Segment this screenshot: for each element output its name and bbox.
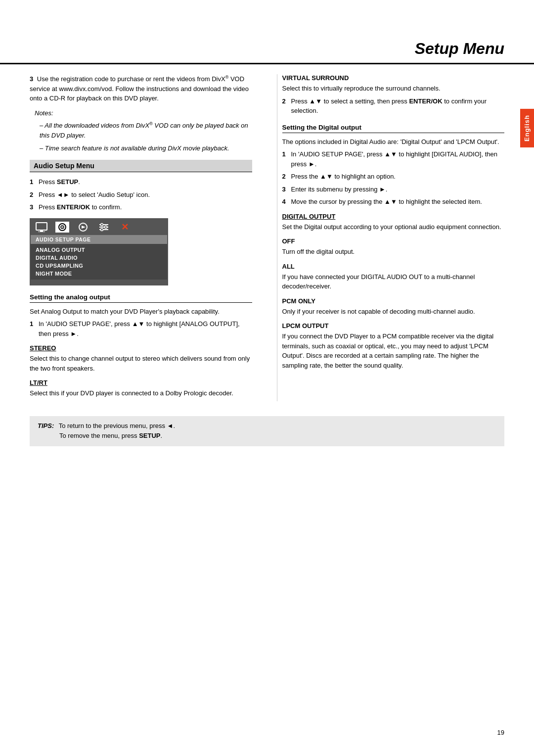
notes-item-1: – All the downloaded videos from DivX® V…: [40, 121, 252, 140]
audio-step-2: 2 Press ◄► to select 'Audio Setup' icon.: [30, 190, 252, 200]
ltrt-label: LT/RT: [30, 379, 252, 386]
page-title: Setup Menu: [415, 40, 504, 57]
audio-setup-heading: Audio Setup Menu: [30, 160, 252, 172]
analog-output-heading: Setting the analog output: [30, 293, 252, 303]
tips-box: TIPS: To return to the previous menu, pr…: [30, 416, 504, 447]
menu-item-analog: ANALOG OUTPUT: [36, 246, 162, 254]
vs-steps-list: 2 Press ▲▼ to select a setting, then pre…: [282, 96, 505, 116]
vs-step-2: 2 Press ▲▼ to select a setting, then pre…: [282, 96, 505, 116]
notes-item-2: – Time search feature is not available d…: [40, 143, 252, 153]
menu-item-cd: CD UPSAMPLING: [36, 262, 162, 270]
analog-step-1: 1 In 'AUDIO SETUP PAGE', press ▲▼ to hig…: [30, 319, 252, 338]
step3-num: 3: [30, 75, 33, 83]
digital-output-sub-heading: DIGITAL OUTPUT: [282, 213, 505, 220]
menu-mockup: ✕ AUDIO SETUP PAGE ANALOG OUTPUT DIGITAL…: [30, 218, 168, 285]
language-tab: English: [520, 109, 534, 147]
notes-block: Notes: – All the downloaded videos from …: [35, 108, 252, 153]
menu-icon-settings: [97, 222, 111, 233]
virtual-surround-text: Select this to virtually reproduce the s…: [282, 84, 505, 94]
off-label: OFF: [282, 237, 505, 245]
off-text: Turn off the digital output.: [282, 247, 505, 257]
digital-step-4: 4 Move the cursor by pressing the ▲▼ to …: [282, 197, 505, 207]
menu-icon-close: ✕: [118, 222, 132, 233]
svg-rect-0: [36, 223, 47, 230]
step3-block: 3 Use the registration code to purchase …: [30, 74, 252, 153]
digital-step-3: 3 Enter its submenu by pressing ►.: [282, 185, 505, 194]
lpcm-output-text: If you connect the DVD Player to a PCM c…: [282, 331, 505, 370]
menu-icon-video: [76, 222, 90, 233]
menu-items-area: ANALOG OUTPUT DIGITAL AUDIO CD UPSAMPLIN…: [31, 244, 167, 280]
menu-icon-audio: [55, 222, 69, 233]
content-area: 3 Use the registration code to purchase …: [0, 74, 534, 401]
digital-output-text: The options included in Digital Audio ar…: [282, 137, 505, 147]
stereo-text: Select this to change channel output to …: [30, 354, 252, 373]
step3-text: 3 Use the registration code to purchase …: [30, 74, 252, 103]
stereo-label: STEREO: [30, 344, 252, 352]
digital-output-sub-text: Set the Digital output according to your…: [282, 222, 505, 232]
tips-line2-bold: SETUP: [139, 432, 160, 439]
menu-footer-bar: [31, 280, 167, 284]
tips-line1: To return to the previous menu, press ◄.: [59, 422, 175, 429]
digital-step-2: 2 Press the ▲▼ to highlight an option.: [282, 172, 505, 182]
pcm-only-label: PCM ONLY: [282, 297, 505, 305]
tips-line2-end: .: [160, 432, 162, 439]
all-text: If you have connected your DIGITAL AUDIO…: [282, 272, 505, 291]
page-number: 19: [497, 729, 504, 736]
all-label: ALL: [282, 263, 505, 270]
digital-steps-list: 1 In 'AUDIO SETUP PAGE', press ▲▼ to hig…: [282, 149, 505, 207]
right-column: VIRTUAL SURROUND Select this to virtuall…: [277, 74, 505, 401]
svg-point-5: [62, 227, 63, 228]
tips-line2-indent: To remove the menu, press SETUP.: [59, 432, 162, 439]
ltrt-text: Select this if your DVD player is connec…: [30, 388, 252, 398]
virtual-surround-heading: VIRTUAL SURROUND: [282, 74, 505, 82]
audio-steps-list: 1 Press SETUP. 2 Press ◄► to select 'Aud…: [30, 177, 252, 212]
digital-output-heading: Setting the Digital output: [282, 124, 505, 133]
menu-item-digital: DIGITAL AUDIO: [36, 254, 162, 262]
svg-point-12: [101, 228, 103, 231]
menu-label: AUDIO SETUP PAGE: [31, 235, 167, 244]
left-column: 3 Use the registration code to purchase …: [30, 74, 262, 401]
page-container: English Setup Menu 3 Use the registratio…: [0, 0, 534, 756]
audio-step-1: 1 Press SETUP.: [30, 177, 252, 187]
svg-point-11: [105, 226, 107, 228]
menu-item-night: NIGHT MODE: [36, 270, 162, 278]
digital-step-1: 1 In 'AUDIO SETUP PAGE', press ▲▼ to hig…: [282, 149, 505, 169]
tips-line2-text: To remove the menu, press: [59, 432, 139, 439]
lpcm-output-label: LPCM OUTPUT: [282, 322, 505, 330]
menu-icon-tv: [35, 222, 48, 233]
menu-icons-bar: ✕: [31, 219, 167, 235]
svg-rect-1: [40, 230, 43, 232]
pcm-only-text: Only if your receiver is not capable of …: [282, 307, 505, 317]
svg-rect-2: [38, 232, 45, 232]
svg-point-10: [101, 223, 103, 226]
page-title-area: Setup Menu: [0, 30, 534, 64]
notes-label: Notes:: [35, 108, 252, 118]
analog-steps-list: 1 In 'AUDIO SETUP PAGE', press ▲▼ to hig…: [30, 319, 252, 338]
audio-step-3: 3 Press ENTER/OK to confirm.: [30, 202, 252, 212]
tips-label: TIPS:: [38, 422, 54, 429]
analog-output-text: Set Analog Output to match your DVD Play…: [30, 307, 252, 317]
